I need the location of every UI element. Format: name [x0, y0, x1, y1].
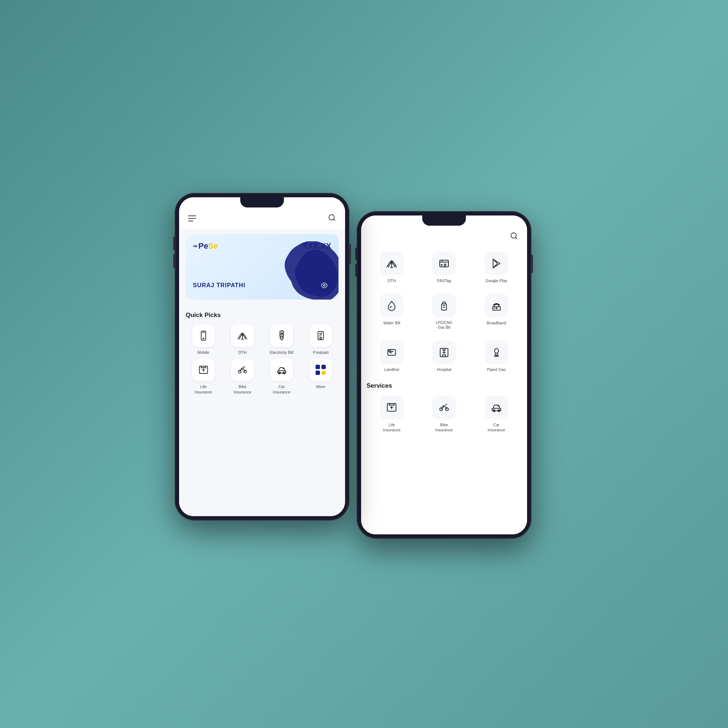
service-item-piped-gas[interactable]: Piped Gas	[471, 336, 522, 376]
quick-pick-dth[interactable]: DTH	[225, 324, 261, 355]
scene: DTH	[164, 164, 564, 564]
svg-line-1	[515, 237, 517, 239]
pese-arrow: ⇒	[193, 243, 197, 249]
service-item-broadband[interactable]: Broadband	[471, 289, 522, 334]
service-item-hospital[interactable]: Hospital	[419, 336, 470, 376]
quick-pick-electricity[interactable]: Electricity Bill	[264, 324, 300, 355]
svg-rect-41	[280, 331, 284, 337]
service-item-landline[interactable]: Landline	[367, 336, 417, 376]
hamburger-menu[interactable]	[188, 216, 196, 221]
bike-insurance-icon-box-r	[432, 396, 456, 419]
svg-point-39	[242, 334, 243, 336]
lpg-label: LPG/CNGGas Bill	[436, 320, 452, 330]
more-icon-box	[309, 359, 332, 381]
blob-decoration	[284, 241, 338, 300]
quick-picks-grid: Mobile	[186, 324, 338, 395]
more-dots	[314, 363, 327, 376]
power-button	[531, 255, 533, 273]
search-icon-left[interactable]	[328, 214, 336, 223]
google-play-label: Google Play	[486, 278, 508, 283]
mobile-label: Mobile	[198, 350, 209, 355]
service-item-dth[interactable]: DTH	[367, 247, 417, 288]
vol-down-button-left	[173, 254, 175, 268]
insurance-grid: LifeInsurance	[361, 391, 527, 437]
balance-card: ⇒ PeSe ₹XX.XX SURAJ TRIPATHI	[186, 234, 338, 300]
pese-pe: Pe	[198, 241, 208, 251]
lpg-icon-box	[432, 294, 456, 317]
notch-right	[422, 216, 466, 226]
life-insurance-icon-box	[192, 359, 215, 381]
dot-2	[321, 365, 326, 369]
piped-gas-icon-box	[485, 340, 508, 364]
bike-insurance-label-r: BikeInsurance	[435, 422, 453, 433]
water-icon-box	[380, 294, 404, 317]
insurance-section-title: Services	[361, 379, 527, 391]
electricity-icon-box	[271, 324, 293, 347]
vol-up-button	[355, 248, 357, 260]
svg-point-28	[440, 408, 443, 411]
mobile-icon-box	[192, 324, 215, 347]
svg-rect-4	[440, 260, 448, 267]
quick-pick-life-insurance[interactable]: LifeInsurance	[186, 359, 221, 395]
pese-text: PeSe	[198, 241, 218, 251]
svg-point-29	[445, 408, 448, 411]
quick-pick-mobile[interactable]: Mobile	[186, 324, 221, 355]
service-item-fastag[interactable]: FASTag	[419, 247, 470, 288]
postpaid-label: Postpaid	[313, 350, 329, 355]
svg-rect-23	[443, 355, 445, 356]
dth-icon-box	[380, 252, 404, 275]
eye-button[interactable]	[317, 278, 331, 292]
broadband-icon-box	[485, 294, 508, 317]
insurance-row: LifeInsurance	[367, 391, 522, 437]
hospital-label: Hospital	[437, 367, 451, 372]
bike-insurance-icon-box	[231, 359, 254, 381]
user-name: SURAJ TRIPATHI	[193, 282, 245, 289]
fastag-label: FASTag	[437, 278, 451, 283]
quick-picks-title: Quick Picks	[186, 312, 338, 319]
phone-right: DTH	[357, 211, 531, 539]
svg-point-16	[496, 307, 497, 309]
broadband-label: Broadband	[487, 320, 506, 326]
dth-icon-box-left	[231, 324, 254, 347]
right-phone-screen: DTH	[361, 216, 527, 534]
service-item-google-play[interactable]: Google Play	[471, 247, 522, 288]
hamburger-line-2	[188, 218, 196, 219]
svg-point-37	[203, 338, 204, 339]
svg-line-34	[333, 219, 335, 220]
dot-3	[316, 370, 320, 375]
hamburger-line-3	[188, 220, 193, 221]
svg-point-43	[281, 333, 283, 335]
quick-pick-more[interactable]: More	[303, 359, 339, 395]
svg-point-24	[496, 355, 497, 356]
hospital-icon-box	[432, 340, 456, 364]
phone-left: ⇒ PeSe ₹XX.XX SURAJ TRIPATHI	[175, 193, 349, 520]
notch-left	[240, 197, 284, 208]
car-insurance-label-r: CarInsurance	[488, 422, 505, 433]
service-item-water[interactable]: Water Bill	[367, 289, 417, 334]
electricity-label: Electricity Bill	[270, 350, 294, 355]
water-label: Water Bill	[383, 320, 401, 326]
landline-icon-box	[380, 340, 404, 364]
dth-label-left: DTH	[239, 350, 247, 355]
power-button-left	[349, 244, 351, 264]
dot-1	[316, 365, 320, 369]
quick-pick-car-insurance[interactable]: CarInsurance	[264, 359, 300, 395]
car-insurance-label: CarInsurance	[273, 384, 291, 395]
bike-insurance-label: BikeInsurance	[234, 384, 251, 395]
dot-4	[321, 370, 326, 375]
service-item-lpg[interactable]: LPG/CNGGas Bill	[419, 289, 470, 334]
right-car-insurance[interactable]: CarInsurance	[471, 391, 522, 437]
svg-point-0	[511, 233, 517, 239]
services-row-1: DTH	[367, 247, 522, 288]
car-insurance-icon-box	[271, 359, 293, 381]
piped-gas-label: Piped Gas	[487, 367, 506, 372]
vol-up-button-left	[173, 237, 175, 251]
right-content: DTH	[361, 216, 527, 534]
pese-logo: ⇒ PeSe	[193, 241, 218, 251]
quick-pick-bike-insurance[interactable]: BikeInsurance	[225, 359, 261, 395]
quick-pick-postpaid[interactable]: Postpaid	[303, 324, 339, 355]
left-content: ⇒ PeSe ₹XX.XX SURAJ TRIPATHI	[179, 197, 345, 516]
right-life-insurance[interactable]: LifeInsurance	[367, 391, 417, 437]
search-icon[interactable]	[510, 232, 518, 242]
right-bike-insurance[interactable]: BikeInsurance	[419, 391, 470, 437]
